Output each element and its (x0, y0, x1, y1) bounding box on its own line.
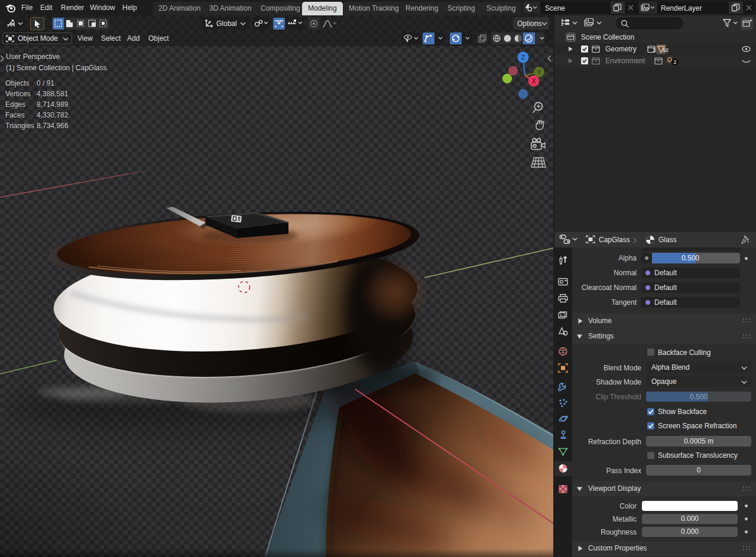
svg-text:X: X (532, 78, 536, 84)
svg-text:Z: Z (521, 54, 525, 61)
svg-text:Y: Y (537, 69, 541, 76)
